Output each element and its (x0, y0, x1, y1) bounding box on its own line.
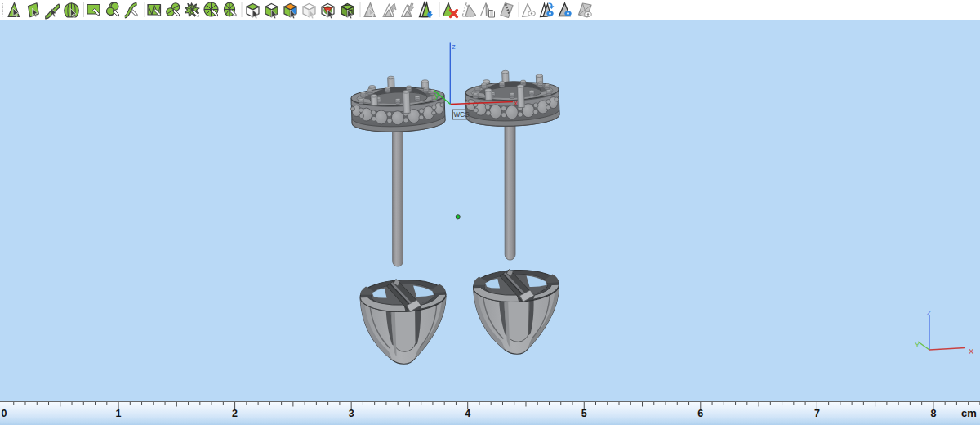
svg-text:WCS: WCS (454, 110, 470, 119)
svg-text:8: 8 (930, 408, 936, 419)
svg-text:cm: cm (961, 407, 977, 419)
svg-text:0: 0 (2, 408, 7, 419)
svg-text:7: 7 (814, 408, 820, 419)
svg-text:2: 2 (232, 408, 238, 419)
svg-text:z: z (452, 42, 456, 51)
svg-text:X: X (969, 347, 974, 356)
svg-text:1: 1 (116, 408, 122, 419)
svg-text:5: 5 (581, 408, 587, 419)
svg-text:4: 4 (465, 408, 470, 419)
svg-text:Y: Y (915, 340, 920, 349)
svg-text:6: 6 (697, 408, 703, 419)
svg-text:Z: Z (927, 308, 932, 317)
svg-text:3: 3 (349, 408, 354, 419)
